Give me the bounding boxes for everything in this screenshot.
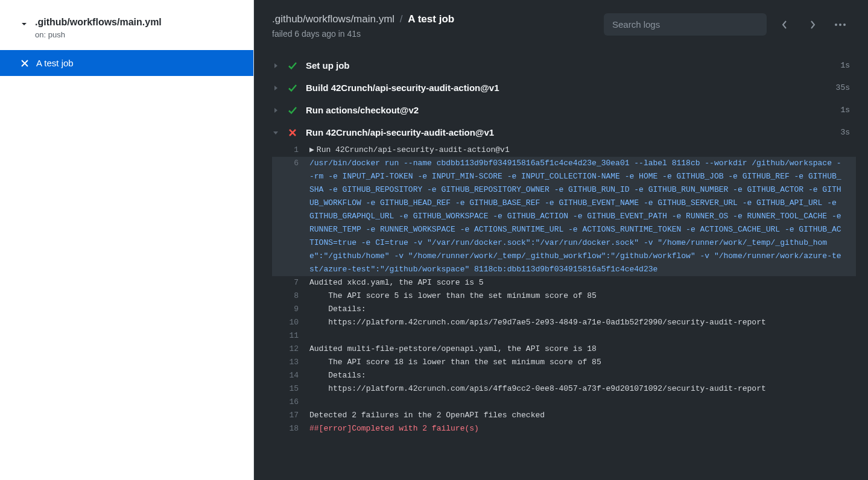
log-line[interactable]: 10 https://platform.42crunch.com/apis/7e… <box>272 316 868 329</box>
x-fail-icon <box>288 128 297 137</box>
line-number: 9 <box>272 303 309 316</box>
step-name: Build 42Crunch/api-security-audit-action… <box>306 83 828 93</box>
line-number: 15 <box>272 382 309 396</box>
log-line[interactable]: 11 <box>272 329 868 343</box>
step-duration: 1s <box>840 61 850 70</box>
steps-list: Set up job 1s Build 42Crunch/api-securit… <box>254 49 868 480</box>
line-content: Details: <box>309 303 868 316</box>
line-number: 11 <box>272 329 309 343</box>
line-content: Details: <box>309 369 868 382</box>
line-number: 14 <box>272 369 309 382</box>
svg-point-1 <box>839 24 841 26</box>
line-number: 13 <box>272 356 309 369</box>
line-content: Detected 2 failures in the 2 OpenAPI fil… <box>309 409 868 422</box>
breadcrumb-separator: / <box>400 13 403 25</box>
line-number: 16 <box>272 396 309 409</box>
svg-point-0 <box>835 24 837 26</box>
caret-down-icon <box>272 129 279 136</box>
main-header: .github/workflows/main.yml / A test job … <box>254 0 868 49</box>
log-line[interactable]: 7 Audited xkcd.yaml, the API score is 5 <box>272 276 868 289</box>
line-content: The API score 18 is lower than the set m… <box>309 356 868 369</box>
line-number: 10 <box>272 316 309 329</box>
line-content: Audited xkcd.yaml, the API score is 5 <box>309 276 868 289</box>
line-number: 7 <box>272 276 309 289</box>
line-content: Audited multi-file-petstore/openapi.yaml… <box>309 343 868 356</box>
log-line[interactable]: 15 https://platform.42crunch.com/apis/4f… <box>272 382 868 396</box>
prev-result-button[interactable] <box>775 15 794 34</box>
line-content: /usr/bin/docker run --name cbdbb113d9bf0… <box>309 157 856 276</box>
step-build-action[interactable]: Build 42Crunch/api-security-audit-action… <box>254 77 868 99</box>
line-number: 18 <box>272 422 309 435</box>
workflow-title: .github/workflows/main.yml <box>35 17 162 28</box>
main-panel: .github/workflows/main.yml / A test job … <box>254 0 868 480</box>
step-name: Run actions/checkout@v2 <box>306 105 832 115</box>
step-run-audit[interactable]: Run 42Crunch/api-security-audit-action@v… <box>254 121 868 144</box>
log-line[interactable]: 1 ▶Run 42Crunch/api-security-audit-actio… <box>272 144 868 157</box>
check-success-icon <box>288 61 297 71</box>
job-status-text: failed 6 days ago in 41s <box>272 29 454 39</box>
line-content: ##[error]Completed with 2 failure(s) <box>309 422 868 435</box>
line-number: 8 <box>272 289 309 303</box>
log-line[interactable]: 9 Details: <box>272 303 868 316</box>
chevron-down-icon <box>19 19 29 29</box>
log-line[interactable]: 14 Details: <box>272 369 868 382</box>
step-name: Run 42Crunch/api-security-audit-action@v… <box>306 127 832 137</box>
breadcrumb-current: A test job <box>408 13 454 25</box>
caret-right-icon <box>272 107 279 114</box>
sidebar: .github/workflows/main.yml on: push A te… <box>0 0 254 480</box>
fold-caret-icon[interactable]: ▶ <box>309 144 314 157</box>
step-duration: 1s <box>840 106 850 115</box>
log-line[interactable]: 18 ##[error]Completed with 2 failure(s) <box>272 422 868 435</box>
log-line[interactable]: 13 The API score 18 is lower than the se… <box>272 356 868 369</box>
caret-right-icon <box>272 62 279 69</box>
line-content: https://platform.42crunch.com/apis/7e9d7… <box>309 316 868 329</box>
check-success-icon <box>288 83 297 93</box>
workflow-header[interactable]: .github/workflows/main.yml on: push <box>0 0 253 50</box>
check-success-icon <box>288 106 297 115</box>
line-content: The API score 5 is lower than the set mi… <box>309 289 868 303</box>
log-output: 1 ▶Run 42Crunch/api-security-audit-actio… <box>254 144 868 435</box>
options-menu-button[interactable] <box>831 15 850 34</box>
line-content: https://platform.42crunch.com/apis/4ffa9… <box>309 382 868 396</box>
x-fail-icon <box>21 59 29 68</box>
log-line[interactable]: 16 <box>272 396 868 409</box>
line-content: ▶Run 42Crunch/api-security-audit-action@… <box>309 144 868 157</box>
breadcrumb: .github/workflows/main.yml / A test job <box>272 13 454 25</box>
sidebar-job-item[interactable]: A test job <box>0 50 253 76</box>
svg-point-2 <box>843 24 846 26</box>
line-number: 6 <box>272 157 309 170</box>
log-line[interactable]: 17 Detected 2 failures in the 2 OpenAPI … <box>272 409 868 422</box>
search-logs-input[interactable] <box>604 13 767 36</box>
line-number: 1 <box>272 144 309 157</box>
log-line[interactable]: 12 Audited multi-file-petstore/openapi.y… <box>272 343 868 356</box>
log-line[interactable]: 6 /usr/bin/docker run --name cbdbb113d9b… <box>272 157 856 276</box>
breadcrumb-path[interactable]: .github/workflows/main.yml <box>272 13 394 25</box>
line-number: 17 <box>272 409 309 422</box>
next-result-button[interactable] <box>803 15 822 34</box>
step-set-up-job[interactable]: Set up job 1s <box>254 54 868 77</box>
step-name: Set up job <box>306 60 832 71</box>
workflow-trigger: on: push <box>35 30 162 39</box>
step-duration: 3s <box>840 128 850 137</box>
line-number: 12 <box>272 343 309 356</box>
caret-right-icon <box>272 84 279 92</box>
step-checkout[interactable]: Run actions/checkout@v2 1s <box>254 99 868 121</box>
sidebar-job-label: A test job <box>36 58 74 68</box>
step-duration: 35s <box>836 83 850 92</box>
log-line[interactable]: 8 The API score 5 is lower than the set … <box>272 289 868 303</box>
